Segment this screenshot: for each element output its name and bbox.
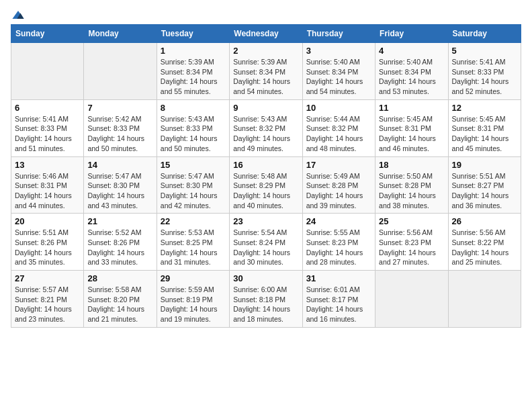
calendar-cell: 8Sunrise: 5:43 AMSunset: 8:33 PMDaylight… (157, 99, 229, 156)
calendar-cell: 22Sunrise: 5:53 AMSunset: 8:25 PMDayligh… (157, 214, 229, 271)
week-row-1: 1Sunrise: 5:39 AMSunset: 8:34 PMDaylight… (11, 43, 521, 100)
week-row-4: 20Sunrise: 5:51 AMSunset: 8:26 PMDayligh… (11, 214, 521, 271)
day-number: 4 (379, 46, 444, 56)
day-info: Sunrise: 5:48 AMSunset: 8:29 PMDaylight:… (233, 171, 298, 211)
calendar-cell: 30Sunrise: 6:00 AMSunset: 8:18 PMDayligh… (230, 271, 302, 328)
day-number: 12 (452, 103, 517, 113)
calendar-cell: 9Sunrise: 5:43 AMSunset: 8:32 PMDaylight… (230, 99, 302, 156)
day-number: 11 (379, 103, 444, 113)
day-info: Sunrise: 5:55 AMSunset: 8:23 PMDaylight:… (306, 228, 371, 267)
day-info: Sunrise: 5:59 AMSunset: 8:19 PMDaylight:… (161, 285, 226, 324)
day-info: Sunrise: 5:56 AMSunset: 8:22 PMDaylight:… (452, 228, 517, 267)
day-number: 22 (161, 216, 226, 226)
calendar-cell: 31Sunrise: 6:01 AMSunset: 8:17 PMDayligh… (302, 271, 375, 328)
day-info: Sunrise: 5:51 AMSunset: 8:27 PMDaylight:… (452, 171, 517, 211)
day-number: 17 (306, 160, 371, 170)
calendar-cell: 26Sunrise: 5:56 AMSunset: 8:22 PMDayligh… (448, 214, 521, 271)
day-info: Sunrise: 5:46 AMSunset: 8:31 PMDaylight:… (15, 171, 80, 211)
day-info: Sunrise: 5:43 AMSunset: 8:33 PMDaylight:… (161, 114, 226, 154)
day-info: Sunrise: 5:47 AMSunset: 8:30 PMDaylight:… (161, 171, 226, 211)
day-info: Sunrise: 5:43 AMSunset: 8:32 PMDaylight:… (233, 114, 298, 154)
day-number: 28 (87, 273, 152, 283)
calendar-cell (11, 43, 84, 100)
day-info: Sunrise: 5:42 AMSunset: 8:33 PMDaylight:… (87, 114, 152, 154)
dow-header-friday: Friday (375, 25, 448, 43)
calendar-cell: 10Sunrise: 5:44 AMSunset: 8:32 PMDayligh… (302, 99, 375, 156)
calendar-cell: 11Sunrise: 5:45 AMSunset: 8:31 PMDayligh… (375, 99, 448, 156)
day-info: Sunrise: 5:39 AMSunset: 8:34 PMDaylight:… (161, 57, 226, 97)
day-info: Sunrise: 5:41 AMSunset: 8:33 PMDaylight:… (15, 114, 80, 154)
day-number: 21 (87, 216, 152, 226)
day-number: 19 (452, 160, 517, 170)
dow-header-thursday: Thursday (302, 25, 375, 43)
day-info: Sunrise: 5:39 AMSunset: 8:34 PMDaylight:… (233, 57, 298, 97)
day-info: Sunrise: 5:44 AMSunset: 8:32 PMDaylight:… (306, 114, 371, 154)
calendar-cell: 23Sunrise: 5:54 AMSunset: 8:24 PMDayligh… (230, 214, 302, 271)
calendar-cell: 24Sunrise: 5:55 AMSunset: 8:23 PMDayligh… (302, 214, 375, 271)
calendar-cell: 12Sunrise: 5:45 AMSunset: 8:31 PMDayligh… (448, 99, 521, 156)
day-number: 16 (233, 160, 298, 170)
page-header (11, 11, 521, 16)
days-of-week-row: SundayMondayTuesdayWednesdayThursdayFrid… (11, 25, 521, 43)
week-row-3: 13Sunrise: 5:46 AMSunset: 8:31 PMDayligh… (11, 156, 521, 214)
day-info: Sunrise: 5:56 AMSunset: 8:23 PMDaylight:… (379, 228, 444, 267)
day-info: Sunrise: 6:00 AMSunset: 8:18 PMDaylight:… (233, 285, 298, 324)
day-number: 8 (161, 103, 226, 113)
day-number: 3 (306, 46, 371, 56)
day-number: 6 (15, 103, 80, 113)
day-info: Sunrise: 5:51 AMSunset: 8:26 PMDaylight:… (15, 228, 80, 267)
day-number: 26 (452, 216, 517, 226)
day-info: Sunrise: 5:53 AMSunset: 8:25 PMDaylight:… (161, 228, 226, 267)
day-number: 14 (87, 160, 152, 170)
calendar-cell: 3Sunrise: 5:40 AMSunset: 8:34 PMDaylight… (302, 43, 375, 100)
day-info: Sunrise: 5:52 AMSunset: 8:26 PMDaylight:… (87, 228, 152, 267)
calendar-cell: 25Sunrise: 5:56 AMSunset: 8:23 PMDayligh… (375, 214, 448, 271)
day-info: Sunrise: 6:01 AMSunset: 8:17 PMDaylight:… (306, 285, 371, 324)
calendar-cell (375, 271, 448, 328)
calendar-cell: 7Sunrise: 5:42 AMSunset: 8:33 PMDaylight… (84, 99, 157, 156)
day-number: 20 (15, 216, 80, 226)
day-info: Sunrise: 5:47 AMSunset: 8:30 PMDaylight:… (87, 171, 152, 211)
day-number: 9 (233, 103, 298, 113)
day-number: 25 (379, 216, 444, 226)
calendar-cell: 20Sunrise: 5:51 AMSunset: 8:26 PMDayligh… (11, 214, 84, 271)
calendar-cell (84, 43, 157, 100)
calendar-cell: 14Sunrise: 5:47 AMSunset: 8:30 PMDayligh… (84, 156, 157, 214)
calendar-body: 1Sunrise: 5:39 AMSunset: 8:34 PMDaylight… (11, 43, 521, 328)
day-number: 31 (306, 273, 371, 283)
day-info: Sunrise: 5:45 AMSunset: 8:31 PMDaylight:… (452, 114, 517, 154)
day-number: 24 (306, 216, 371, 226)
dow-header-saturday: Saturday (448, 25, 521, 43)
dow-header-tuesday: Tuesday (157, 25, 229, 43)
day-info: Sunrise: 5:49 AMSunset: 8:28 PMDaylight:… (306, 171, 371, 211)
day-number: 7 (87, 103, 152, 113)
day-info: Sunrise: 5:50 AMSunset: 8:28 PMDaylight:… (379, 171, 444, 211)
logo-icon (12, 11, 24, 19)
day-number: 23 (233, 216, 298, 226)
day-info: Sunrise: 5:40 AMSunset: 8:34 PMDaylight:… (306, 57, 371, 97)
calendar-cell: 6Sunrise: 5:41 AMSunset: 8:33 PMDaylight… (11, 99, 84, 156)
day-number: 15 (161, 160, 226, 170)
day-number: 30 (233, 273, 298, 283)
week-row-5: 27Sunrise: 5:57 AMSunset: 8:21 PMDayligh… (11, 271, 521, 328)
logo (11, 11, 24, 16)
calendar-cell: 29Sunrise: 5:59 AMSunset: 8:19 PMDayligh… (157, 271, 229, 328)
calendar-cell: 1Sunrise: 5:39 AMSunset: 8:34 PMDaylight… (157, 43, 229, 100)
calendar-cell: 17Sunrise: 5:49 AMSunset: 8:28 PMDayligh… (302, 156, 375, 214)
day-number: 1 (161, 46, 226, 56)
dow-header-monday: Monday (84, 25, 157, 43)
calendar-cell: 21Sunrise: 5:52 AMSunset: 8:26 PMDayligh… (84, 214, 157, 271)
day-info: Sunrise: 5:40 AMSunset: 8:34 PMDaylight:… (379, 57, 444, 97)
calendar-cell (448, 271, 521, 328)
dow-header-sunday: Sunday (11, 25, 84, 43)
dow-header-wednesday: Wednesday (230, 25, 302, 43)
week-row-2: 6Sunrise: 5:41 AMSunset: 8:33 PMDaylight… (11, 99, 521, 156)
day-info: Sunrise: 5:41 AMSunset: 8:33 PMDaylight:… (452, 57, 517, 97)
calendar-cell: 28Sunrise: 5:58 AMSunset: 8:20 PMDayligh… (84, 271, 157, 328)
calendar-cell: 13Sunrise: 5:46 AMSunset: 8:31 PMDayligh… (11, 156, 84, 214)
calendar-table: SundayMondayTuesdayWednesdayThursdayFrid… (11, 24, 521, 328)
day-number: 10 (306, 103, 371, 113)
calendar-cell: 5Sunrise: 5:41 AMSunset: 8:33 PMDaylight… (448, 43, 521, 100)
day-number: 29 (161, 273, 226, 283)
day-info: Sunrise: 5:57 AMSunset: 8:21 PMDaylight:… (15, 285, 80, 324)
